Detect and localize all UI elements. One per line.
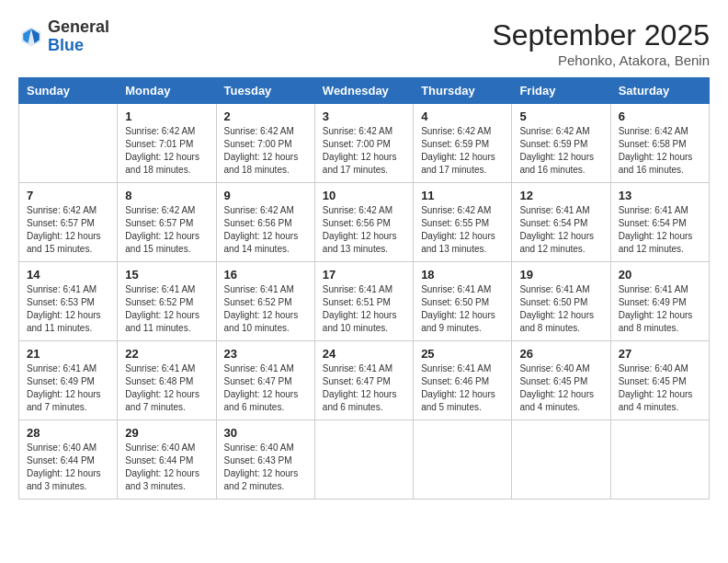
calendar-cell [512, 420, 610, 500]
day-number: 10 [323, 189, 405, 202]
day-number: 18 [421, 268, 504, 282]
day-info: Sunrise: 6:40 AM Sunset: 6:44 PM Dayligh… [125, 442, 208, 493]
day-number: 15 [125, 268, 208, 282]
calendar-cell: 2Sunrise: 6:42 AM Sunset: 7:00 PM Daylig… [216, 104, 314, 183]
calendar-cell: 23Sunrise: 6:41 AM Sunset: 6:47 PM Dayli… [216, 341, 314, 420]
day-number: 20 [619, 268, 701, 282]
page-header: General Blue September 2025 Pehonko, Ata… [18, 18, 710, 68]
calendar-cell: 27Sunrise: 6:40 AM Sunset: 6:45 PM Dayli… [610, 341, 709, 420]
calendar-cell: 24Sunrise: 6:41 AM Sunset: 6:47 PM Dayli… [314, 341, 413, 420]
day-number: 17 [323, 268, 405, 282]
day-number: 3 [323, 109, 405, 123]
calendar-cell [414, 420, 512, 500]
day-number: 6 [619, 109, 701, 123]
day-info: Sunrise: 6:41 AM Sunset: 6:52 PM Dayligh… [125, 283, 208, 335]
calendar-cell: 21Sunrise: 6:41 AM Sunset: 6:49 PM Dayli… [19, 341, 118, 420]
day-info: Sunrise: 6:40 AM Sunset: 6:45 PM Dayligh… [519, 362, 602, 414]
calendar-cell: 4Sunrise: 6:42 AM Sunset: 6:59 PM Daylig… [414, 104, 512, 183]
calendar-cell: 18Sunrise: 6:41 AM Sunset: 6:50 PM Dayli… [414, 262, 512, 341]
day-info: Sunrise: 6:41 AM Sunset: 6:46 PM Dayligh… [421, 362, 504, 414]
calendar-cell: 10Sunrise: 6:42 AM Sunset: 6:56 PM Dayli… [314, 183, 413, 262]
calendar-week-1: 1Sunrise: 6:42 AM Sunset: 7:01 PM Daylig… [19, 104, 710, 183]
day-number: 11 [421, 189, 504, 202]
calendar-cell: 11Sunrise: 6:42 AM Sunset: 6:55 PM Dayli… [414, 183, 512, 262]
calendar-cell: 28Sunrise: 6:40 AM Sunset: 6:44 PM Dayli… [19, 420, 118, 500]
day-info: Sunrise: 6:40 AM Sunset: 6:45 PM Dayligh… [619, 362, 701, 414]
calendar-cell: 14Sunrise: 6:41 AM Sunset: 6:53 PM Dayli… [19, 262, 118, 341]
weekday-header-thursday: Thursday [414, 78, 512, 104]
calendar-cell: 12Sunrise: 6:41 AM Sunset: 6:54 PM Dayli… [512, 183, 610, 262]
day-number: 16 [224, 268, 307, 282]
day-number: 12 [519, 189, 602, 202]
day-info: Sunrise: 6:42 AM Sunset: 6:57 PM Dayligh… [27, 204, 109, 256]
calendar-week-5: 28Sunrise: 6:40 AM Sunset: 6:44 PM Dayli… [19, 420, 710, 500]
weekday-header-friday: Friday [512, 78, 610, 104]
title-section: September 2025 Pehonko, Atakora, Benin [492, 18, 710, 68]
day-number: 9 [224, 189, 307, 202]
calendar-week-2: 7Sunrise: 6:42 AM Sunset: 6:57 PM Daylig… [19, 183, 710, 262]
calendar-cell: 8Sunrise: 6:42 AM Sunset: 6:57 PM Daylig… [118, 183, 216, 262]
calendar-cell: 25Sunrise: 6:41 AM Sunset: 6:46 PM Dayli… [414, 341, 512, 420]
weekday-header-tuesday: Tuesday [216, 78, 314, 104]
location-subtitle: Pehonko, Atakora, Benin [492, 52, 710, 68]
day-info: Sunrise: 6:41 AM Sunset: 6:51 PM Dayligh… [323, 283, 405, 335]
day-info: Sunrise: 6:42 AM Sunset: 6:56 PM Dayligh… [224, 204, 307, 256]
day-info: Sunrise: 6:41 AM Sunset: 6:50 PM Dayligh… [519, 283, 602, 335]
day-number: 19 [519, 268, 602, 282]
calendar-cell: 6Sunrise: 6:42 AM Sunset: 6:58 PM Daylig… [610, 104, 709, 183]
calendar-cell: 5Sunrise: 6:42 AM Sunset: 6:59 PM Daylig… [512, 104, 610, 183]
day-info: Sunrise: 6:42 AM Sunset: 6:59 PM Dayligh… [421, 125, 504, 177]
day-info: Sunrise: 6:41 AM Sunset: 6:47 PM Dayligh… [323, 362, 405, 414]
calendar-cell: 19Sunrise: 6:41 AM Sunset: 6:50 PM Dayli… [512, 262, 610, 341]
day-number: 25 [421, 347, 504, 361]
day-info: Sunrise: 6:42 AM Sunset: 7:00 PM Dayligh… [323, 125, 405, 177]
day-number: 27 [619, 347, 701, 361]
day-info: Sunrise: 6:41 AM Sunset: 6:47 PM Dayligh… [224, 362, 307, 414]
day-info: Sunrise: 6:41 AM Sunset: 6:48 PM Dayligh… [125, 362, 208, 414]
day-info: Sunrise: 6:41 AM Sunset: 6:54 PM Dayligh… [619, 204, 701, 256]
weekday-header-monday: Monday [118, 78, 216, 104]
weekday-header-sunday: Sunday [19, 78, 118, 104]
calendar-cell: 26Sunrise: 6:40 AM Sunset: 6:45 PM Dayli… [512, 341, 610, 420]
day-info: Sunrise: 6:42 AM Sunset: 6:58 PM Dayligh… [619, 125, 701, 177]
day-info: Sunrise: 6:41 AM Sunset: 6:53 PM Dayligh… [27, 283, 109, 335]
day-number: 23 [224, 347, 307, 361]
day-number: 29 [125, 426, 208, 440]
day-number: 30 [224, 426, 307, 440]
day-number: 24 [323, 347, 405, 361]
day-number: 1 [125, 109, 208, 123]
calendar-cell: 16Sunrise: 6:41 AM Sunset: 6:52 PM Dayli… [216, 262, 314, 341]
calendar-header-row: SundayMondayTuesdayWednesdayThursdayFrid… [19, 78, 710, 104]
calendar-week-3: 14Sunrise: 6:41 AM Sunset: 6:53 PM Dayli… [19, 262, 710, 341]
day-number: 8 [125, 189, 208, 202]
calendar-week-4: 21Sunrise: 6:41 AM Sunset: 6:49 PM Dayli… [19, 341, 710, 420]
day-info: Sunrise: 6:42 AM Sunset: 6:55 PM Dayligh… [421, 204, 504, 256]
weekday-header-saturday: Saturday [610, 78, 709, 104]
calendar-cell [19, 104, 118, 183]
day-info: Sunrise: 6:40 AM Sunset: 6:44 PM Dayligh… [27, 442, 109, 493]
logo-general-text: General [48, 17, 109, 36]
day-number: 5 [519, 109, 602, 123]
day-info: Sunrise: 6:42 AM Sunset: 7:01 PM Dayligh… [125, 125, 208, 177]
day-info: Sunrise: 6:41 AM Sunset: 6:54 PM Dayligh… [519, 204, 602, 256]
day-number: 28 [27, 426, 109, 440]
day-info: Sunrise: 6:42 AM Sunset: 6:59 PM Dayligh… [519, 125, 602, 177]
day-info: Sunrise: 6:41 AM Sunset: 6:52 PM Dayligh… [224, 283, 307, 335]
day-number: 26 [519, 347, 602, 361]
day-number: 22 [125, 347, 208, 361]
day-info: Sunrise: 6:41 AM Sunset: 6:50 PM Dayligh… [421, 283, 504, 335]
calendar-cell: 13Sunrise: 6:41 AM Sunset: 6:54 PM Dayli… [610, 183, 709, 262]
month-title: September 2025 [492, 18, 710, 52]
day-info: Sunrise: 6:42 AM Sunset: 6:56 PM Dayligh… [323, 204, 405, 256]
day-info: Sunrise: 6:42 AM Sunset: 6:57 PM Dayligh… [125, 204, 208, 256]
calendar-cell: 7Sunrise: 6:42 AM Sunset: 6:57 PM Daylig… [19, 183, 118, 262]
day-info: Sunrise: 6:41 AM Sunset: 6:49 PM Dayligh… [619, 283, 701, 335]
day-number: 7 [27, 189, 109, 202]
calendar-cell: 9Sunrise: 6:42 AM Sunset: 6:56 PM Daylig… [216, 183, 314, 262]
day-number: 21 [27, 347, 109, 361]
day-number: 14 [27, 268, 109, 282]
day-info: Sunrise: 6:42 AM Sunset: 7:00 PM Dayligh… [224, 125, 307, 177]
calendar-table: SundayMondayTuesdayWednesdayThursdayFrid… [18, 77, 710, 500]
logo: General Blue [18, 18, 109, 55]
calendar-cell: 15Sunrise: 6:41 AM Sunset: 6:52 PM Dayli… [118, 262, 216, 341]
